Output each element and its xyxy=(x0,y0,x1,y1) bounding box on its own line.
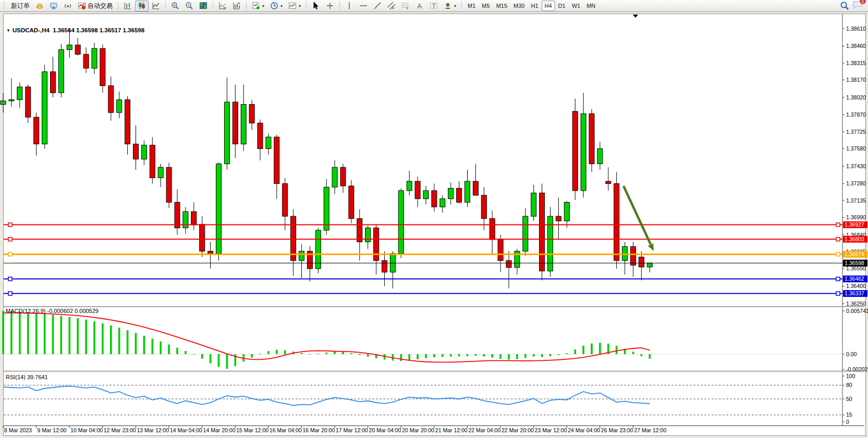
rsi-pane[interactable]: 1008050150 xyxy=(3,373,855,425)
candle-body xyxy=(564,202,569,221)
crosshair-tool-button[interactable] xyxy=(323,1,337,11)
period-button[interactable]: ▾ xyxy=(267,1,285,11)
horizontal-lines[interactable]: 1.369271.368031.366741.365981.364621.363… xyxy=(4,221,867,297)
search-icon[interactable] xyxy=(840,1,849,10)
candle-body xyxy=(407,181,412,191)
time-label: 15 Mar 12:00 xyxy=(236,427,268,433)
hline-handle[interactable] xyxy=(8,253,12,256)
macd-bar xyxy=(185,351,187,354)
hline-handle[interactable] xyxy=(8,223,12,227)
candle-body xyxy=(9,99,14,101)
zoom-in-button[interactable] xyxy=(168,1,182,11)
svg-text:T: T xyxy=(432,3,436,9)
timeframe-d1[interactable]: D1 xyxy=(555,1,569,11)
template-button[interactable]: ▾ xyxy=(286,1,303,11)
timeframe-mn[interactable]: MN xyxy=(583,1,598,11)
trend-arrow-annotation[interactable] xyxy=(624,186,654,251)
svg-text:1.38170: 1.38170 xyxy=(846,77,866,83)
candle-body xyxy=(191,211,197,224)
time-label: 13 Mar 12:00 xyxy=(137,427,169,433)
bar-chart-mode-button[interactable] xyxy=(121,1,135,11)
macd-bar xyxy=(367,354,369,357)
zoom-out-button[interactable] xyxy=(182,1,196,11)
line-chart-mode-button[interactable] xyxy=(149,1,163,11)
trendline-tool-button[interactable] xyxy=(371,1,384,11)
candle-body xyxy=(506,260,511,267)
text-tool-button[interactable]: A xyxy=(413,1,426,11)
macd-bar xyxy=(508,354,510,359)
svg-text:80: 80 xyxy=(846,382,852,388)
chart-objects-icon xyxy=(233,2,241,10)
chart-shift-marker[interactable] xyxy=(633,15,638,18)
text-label-tool-button[interactable]: T xyxy=(427,1,441,11)
candle-body xyxy=(523,216,528,251)
macd-pane[interactable]: 0.0057410.00-0.002027 xyxy=(2,308,868,372)
hline-handle[interactable] xyxy=(836,253,840,256)
macd-bar xyxy=(85,320,87,354)
vertical-line-tool-button[interactable] xyxy=(343,1,356,11)
hline-handle[interactable] xyxy=(8,292,12,295)
new-chart-button[interactable]: ▾ xyxy=(249,1,267,11)
chart-objects-button[interactable] xyxy=(230,1,243,11)
candle-body xyxy=(531,193,536,216)
trendline-icon xyxy=(373,2,382,10)
time-label: 24 Mar 04:00 xyxy=(568,427,600,433)
candle-body xyxy=(432,191,437,207)
tile-windows-button[interactable] xyxy=(197,1,210,11)
signal-button[interactable] xyxy=(61,1,75,11)
arrows-tool-button[interactable]: ▾ xyxy=(441,1,459,11)
timeframe-m30[interactable]: M30 xyxy=(510,1,528,11)
price-label-text: 1.36803 xyxy=(845,236,864,242)
hline-handle[interactable] xyxy=(8,277,12,281)
toolbar-grip[interactable] xyxy=(4,2,6,10)
chart-canvas[interactable]: 1.386101.384601.383151.381701.380201.378… xyxy=(0,12,868,438)
candle-body xyxy=(258,123,263,148)
arrow-objects-icon xyxy=(444,2,452,10)
new-order-button[interactable]: 新订单 xyxy=(8,1,32,11)
terminal-button[interactable] xyxy=(47,1,60,11)
time-label: 20 Mar 04:00 xyxy=(369,427,401,433)
equidistant-channel-tool-button[interactable]: E xyxy=(385,1,398,11)
candle-body xyxy=(440,199,445,207)
indicator-window-icon xyxy=(218,2,227,10)
horizontal-line-tool-button[interactable] xyxy=(357,1,370,11)
time-axis[interactable]: 8 Mar 20239 Mar 12:0010 Mar 04:0012 Mar … xyxy=(3,426,666,434)
candle-body xyxy=(473,181,478,195)
hline-handle[interactable] xyxy=(8,237,12,241)
macd-bar xyxy=(143,336,145,354)
candlestick-mode-button[interactable] xyxy=(135,1,149,11)
gold-button[interactable] xyxy=(33,1,46,11)
auto-trading-button[interactable]: 自动交易 xyxy=(75,1,115,11)
timeframe-w1[interactable]: W1 xyxy=(569,1,584,11)
hline-handle[interactable] xyxy=(836,277,840,281)
macd-bar xyxy=(350,353,352,354)
fibonacci-tool-button[interactable]: F xyxy=(399,1,412,11)
timeframe-h4[interactable]: H4 xyxy=(542,1,555,11)
candle-body xyxy=(125,99,130,144)
time-label: 22 Mar 04:00 xyxy=(468,427,500,433)
hline-handle[interactable] xyxy=(836,237,840,241)
hline-handle[interactable] xyxy=(836,223,840,227)
candle-body xyxy=(423,191,429,199)
indicator-window-button[interactable] xyxy=(216,1,229,11)
time-label: 17 Mar 12:00 xyxy=(336,427,368,433)
candle-body xyxy=(457,189,462,203)
rsi-line xyxy=(3,386,650,405)
candle-body xyxy=(614,184,619,261)
symbol-dropdown-icon[interactable]: ▼ xyxy=(6,28,10,33)
candle-body xyxy=(67,45,72,49)
candles[interactable] xyxy=(1,29,652,289)
computer-icon xyxy=(50,2,58,10)
macd-bar xyxy=(458,354,460,356)
chat-button[interactable]: 1 xyxy=(852,0,863,11)
cursor-tool-button[interactable] xyxy=(309,1,323,11)
timeframe-m15[interactable]: M15 xyxy=(493,1,510,11)
timeframe-h1[interactable]: H1 xyxy=(528,1,541,11)
svg-text:1.36990: 1.36990 xyxy=(846,214,866,220)
candle-body xyxy=(332,167,337,187)
hline-handle[interactable] xyxy=(836,292,840,295)
candle-body xyxy=(481,195,486,219)
timeframe-m1[interactable]: M1 xyxy=(464,1,479,11)
timeframe-m5[interactable]: M5 xyxy=(479,1,493,11)
price-label-text: 1.36598 xyxy=(845,260,864,266)
